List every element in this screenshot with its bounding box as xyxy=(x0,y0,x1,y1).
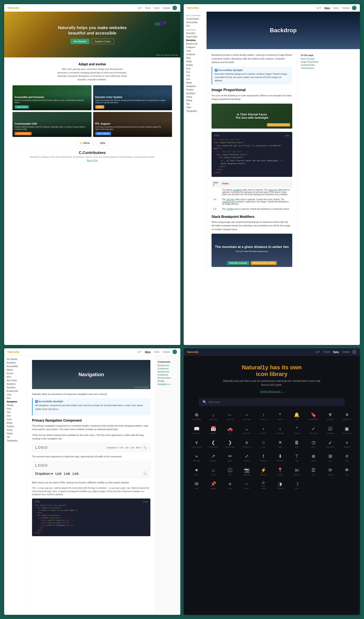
sidebar-link-image[interactable]: Image Proportional xyxy=(301,60,357,63)
icon-globe[interactable]: ⊕ globe xyxy=(306,451,321,464)
nav-docs[interactable]: Docs xyxy=(145,7,151,9)
sidebar-item-grid[interactable]: Grid xyxy=(184,74,206,77)
icon-linkedin[interactable]: in linkedin xyxy=(289,465,305,478)
sidebar-item-sizing[interactable]: Sizing xyxy=(184,95,206,99)
nav-sidebar-grid[interactable]: Grid xyxy=(4,396,27,400)
icon-info[interactable]: ⓘ info xyxy=(222,465,238,478)
icon-accessibility[interactable]: ⊕ accessibility xyxy=(189,410,204,423)
sidebar-item-backdrop[interactable]: Backdrop xyxy=(184,39,206,42)
dropdown-label-2[interactable]: Dropdown ▾ xyxy=(35,472,53,476)
nav-sidebar-animation[interactable]: Animation xyxy=(4,361,27,365)
icon-mail[interactable]: ✉ mail xyxy=(189,479,204,492)
sidebar-item-quotation[interactable]: Quotation xyxy=(184,92,206,95)
nav-comps-4[interactable]: Comps xyxy=(342,351,350,353)
nav-docs-3[interactable]: Docs xyxy=(145,351,151,353)
feature-btn-1[interactable]: Learn more xyxy=(14,105,29,109)
user-avatar-icons[interactable] xyxy=(352,350,357,354)
code-copy-button[interactable]: Copy xyxy=(285,134,290,137)
icon-dash-down[interactable]: ↙ dash-down xyxy=(322,438,338,451)
rside-breadcrumb[interactable]: Breadcrumb xyxy=(158,364,178,367)
nav-ratio-4[interactable]: Ratio xyxy=(333,351,339,353)
icon-search-input[interactable] xyxy=(209,401,341,404)
sidebar-item-accessibility[interactable]: Accessibility xyxy=(184,21,206,24)
nav-sidebar-tab[interactable]: Tab xyxy=(4,435,27,439)
icon-caret-down[interactable]: ⌄ caret-down xyxy=(239,424,255,437)
nav-sidebar-display[interactable]: Display xyxy=(4,403,27,407)
icon-caret-right[interactable]: › caret-right xyxy=(272,424,288,437)
icon-checkbox[interactable]: ☑ checkbox xyxy=(322,424,338,437)
icon-caret-left[interactable]: ‹ caret-left xyxy=(255,424,271,437)
icon-close[interactable]: ✕ close xyxy=(272,438,288,451)
nav-comps[interactable]: Comps xyxy=(163,7,170,9)
sidebar-item-drop[interactable]: Drop xyxy=(184,67,206,70)
get-started-button[interactable]: Get Started xyxy=(70,39,89,44)
sidebar-item-color[interactable]: Color xyxy=(184,49,206,53)
icon-instagram[interactable]: 📷 instagram xyxy=(239,465,255,478)
icon-download[interactable]: ⬇ download xyxy=(272,451,288,464)
rside-element-items[interactable]: Element Items xyxy=(158,376,178,380)
icon-loading[interactable]: ⟳ loading xyxy=(322,465,338,478)
sidebar-item-display[interactable]: Display xyxy=(184,63,206,67)
sidebar-item-rating[interactable]: Rating xyxy=(184,99,206,102)
icon-arrow-right[interactable]: → arrow-right xyxy=(239,410,255,423)
nav-sidebar-get-started[interactable]: Get Started xyxy=(4,357,27,361)
nav-sidebar-sizing[interactable]: Sizing xyxy=(4,428,27,432)
sidebar-item-import-data[interactable]: Import Data xyxy=(184,35,206,39)
link-label-4[interactable]: Link xyxy=(55,472,61,476)
user-avatar-navigation[interactable] xyxy=(172,350,177,354)
rside-navigation[interactable]: Navigation n— xyxy=(158,383,178,386)
icon-location[interactable]: 📍 location xyxy=(272,465,288,478)
icon-list[interactable]: ☰ list xyxy=(306,465,321,478)
icon-chevron-down[interactable]: ∨ chevron-down xyxy=(189,438,204,451)
sidebar-item-container[interactable]: Container xyxy=(184,53,206,56)
icon-circle[interactable]: ○ circle xyxy=(255,438,271,451)
sidebar-item-tab[interactable]: Tab xyxy=(184,102,206,106)
icon-calendar[interactable]: 📅 calendar xyxy=(205,424,221,437)
icon-chevron-up[interactable]: ∧ chevron-up xyxy=(239,438,255,451)
icon-minus[interactable]: − minus xyxy=(239,479,255,492)
sidebar-item-modal[interactable]: Modal xyxy=(184,81,206,84)
rside-modals[interactable]: Modals xyxy=(158,380,178,383)
nav-sidebar-navigation[interactable]: Navigation xyxy=(4,400,27,403)
icon-clock[interactable]: ◷ clock xyxy=(306,438,321,451)
link-label-3[interactable]: Link xyxy=(130,447,134,449)
sidebar-item-rtl[interactable]: RTL xyxy=(184,24,206,28)
sidebar-item-table[interactable]: Table xyxy=(184,106,206,109)
icon-home[interactable]: ⌂ home xyxy=(205,465,221,478)
icon-hash[interactable]: # hash xyxy=(339,451,355,464)
sidebar-item-typography[interactable]: Typography xyxy=(184,109,206,113)
nav-sidebar-modal[interactable]: Modal xyxy=(4,421,27,425)
icon-facebook[interactable]: f facebook xyxy=(255,451,271,464)
icon-pencil[interactable]: ✏ pencil xyxy=(222,451,238,464)
dropdown-label-1[interactable]: Dropdown ▾ xyxy=(107,447,118,449)
feature-btn-4[interactable]: How it Works xyxy=(95,132,111,135)
back-to-top-link[interactable]: Back to Top xyxy=(13,159,172,162)
link-label-5[interactable]: Link xyxy=(64,472,70,476)
mountain-btn-2[interactable]: Early Snowstorm Poetry xyxy=(251,261,277,265)
nav-check-4[interactable]: Check xyxy=(323,351,330,353)
rside-component[interactable]: Component xyxy=(158,367,178,370)
nav-comps-3[interactable]: Comps xyxy=(163,351,170,353)
sidebar-item-flex[interactable]: Flex xyxy=(184,70,206,74)
nav-sidebar-alert-rules[interactable]: Alert Rules xyxy=(4,379,27,382)
sidebar-item-position[interactable]: Position xyxy=(184,88,206,92)
icon-car[interactable]: 🚗 car xyxy=(222,424,238,437)
nav-sidebar-backdrop-2[interactable]: Backdrop xyxy=(4,386,27,389)
sidebar-item-icon[interactable]: Icon xyxy=(184,77,206,81)
icon-book-open[interactable]: 📖 book-open xyxy=(189,424,204,437)
search-icon-btn-2[interactable]: 🔍 xyxy=(143,471,147,476)
sidebar-link-basic[interactable]: Basic Example xyxy=(301,57,357,60)
nav-sidebar-grid-2[interactable]: Grid xyxy=(4,414,27,418)
nav-sidebar-alert[interactable]: Alert xyxy=(4,375,27,379)
nav-sidebar-accord[interactable]: Accord xyxy=(4,372,27,375)
icon-chevron-right[interactable]: ❯ chevron-right xyxy=(222,438,238,451)
icon-mobile[interactable]: 📱 mobile xyxy=(255,479,271,492)
sidebar-link-themed[interactable]: Themed Items xyxy=(301,67,357,70)
nav-icons-2[interactable]: Icons xyxy=(334,7,339,9)
icon-eye[interactable]: 👁 eye xyxy=(339,465,355,478)
feature-btn-2[interactable]: Color xyxy=(95,105,104,109)
nav-sidebar-speed[interactable]: Speed xyxy=(4,368,27,372)
icon-bookmark-fill[interactable]: 🔖 bookmark-fill xyxy=(306,410,321,423)
link-label-1[interactable]: Link xyxy=(119,447,123,449)
sidebar-item-breadcrumb[interactable]: Breadcrumb xyxy=(184,42,206,46)
